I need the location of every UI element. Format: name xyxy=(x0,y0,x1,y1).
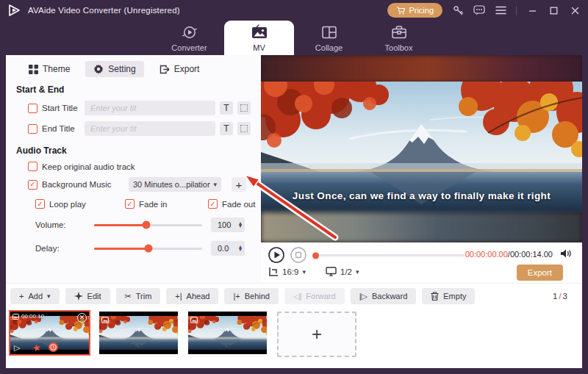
chevron-down-icon: ▾ xyxy=(356,268,359,276)
loop-play-label: Loop play xyxy=(49,200,86,209)
ahead-button[interactable]: +| Ahead xyxy=(166,288,218,304)
plus-icon: + xyxy=(312,324,322,345)
delay-spinner[interactable]: ▴ ▾ xyxy=(239,245,245,252)
start-title-label: Start Title xyxy=(42,104,80,112)
start-title-position-button[interactable] xyxy=(237,101,251,115)
register-key-icon[interactable] xyxy=(452,4,464,16)
tab-setting-label: Setting xyxy=(108,64,135,74)
music-file-name: 30 Minutes o...pilation.mp3 xyxy=(133,180,210,189)
trim-button[interactable]: ✂ Trim xyxy=(116,288,161,304)
forward-button[interactable]: ◁| Forward xyxy=(284,288,345,304)
clip-thumbnail-image xyxy=(188,316,267,350)
background-music-label: Background Music xyxy=(42,180,124,189)
converter-icon xyxy=(182,24,198,40)
fade-in-option: ✓ Fade in xyxy=(125,199,208,209)
spin-down-icon[interactable]: ▾ xyxy=(239,225,242,228)
video-preview[interactable]: Just Once, can we find a way to finally … xyxy=(261,55,582,242)
audio-track-header: Audio Track xyxy=(16,145,261,156)
image-icon xyxy=(190,313,198,326)
end-title-position-button[interactable] xyxy=(237,122,251,135)
behind-button[interactable]: |+ Behind xyxy=(224,288,279,304)
maximize-button[interactable] xyxy=(548,4,559,16)
clip-effect-icon[interactable]: ★ xyxy=(32,342,42,353)
fade-in-checkbox[interactable]: ✓ xyxy=(125,199,135,209)
volume-icon[interactable] xyxy=(560,248,572,262)
letterbox-top xyxy=(261,55,582,82)
trash-icon xyxy=(431,292,439,301)
edit-label: Edit xyxy=(87,292,101,301)
volume-slider-handle[interactable] xyxy=(142,221,150,229)
minimize-button[interactable] xyxy=(526,4,538,16)
end-title-label: End Title xyxy=(42,124,80,133)
volume-spinbox[interactable]: 100 ▴ ▾ xyxy=(211,217,245,232)
start-title-checkbox[interactable] xyxy=(28,104,37,113)
empty-button[interactable]: Empty xyxy=(422,288,475,304)
gear-icon xyxy=(93,64,104,74)
add-button[interactable]: + Add ▾ xyxy=(10,288,60,304)
volume-label: Volume: xyxy=(35,220,94,229)
tab-export[interactable]: Export xyxy=(151,61,208,77)
fade-out-checkbox[interactable]: ✓ xyxy=(208,199,218,209)
keep-original-checkbox[interactable] xyxy=(28,162,37,171)
edit-button[interactable]: Edit xyxy=(65,288,110,304)
time-display: 00:00:00.00/00:00:14.00 xyxy=(465,250,553,259)
menu-icon[interactable] xyxy=(495,4,506,16)
background-music-checkbox[interactable]: ✓ xyxy=(28,180,37,190)
music-options-row: ✓ Loop play ✓ Fade in ✓ Fade out xyxy=(35,199,261,209)
start-title-input[interactable] xyxy=(85,101,215,115)
chevron-down-icon: ▾ xyxy=(302,268,306,276)
preview-pane: Just Once, can we find a way to finally … xyxy=(261,55,582,283)
backward-button[interactable]: |▷ Backward xyxy=(351,288,417,304)
aspect-ratio-control[interactable]: 16:9 ▾ xyxy=(268,267,306,277)
volume-row: Volume: 100 ▴ ▾ xyxy=(35,217,261,232)
clip-counter: 1/3 xyxy=(553,292,575,301)
clip-thumbnail-image xyxy=(99,316,178,350)
end-title-input[interactable] xyxy=(85,121,215,136)
loop-play-checkbox[interactable]: ✓ xyxy=(35,199,45,209)
preview-page-control[interactable]: 1/2 ▾ xyxy=(326,267,359,276)
tab-setting[interactable]: Setting xyxy=(85,61,143,77)
add-music-button[interactable]: + xyxy=(232,177,246,192)
video-subtitle: Just Once, can we find a way to finally … xyxy=(261,190,582,201)
delay-slider[interactable] xyxy=(94,248,202,250)
export-button[interactable]: Export xyxy=(517,265,563,281)
stop-button[interactable] xyxy=(290,247,306,266)
tab-theme[interactable]: Theme xyxy=(21,61,78,77)
counter-separator: / xyxy=(557,292,562,301)
pricing-button[interactable]: Pricing xyxy=(387,3,442,18)
clip-trim-icon[interactable] xyxy=(49,342,58,352)
feedback-icon[interactable] xyxy=(473,4,485,16)
remove-clip-icon[interactable]: ✕ xyxy=(77,313,87,323)
settings-panel: Theme Setting Export Star xyxy=(6,55,261,283)
start-title-font-button[interactable]: T xyxy=(220,101,233,115)
end-title-font-button[interactable]: T xyxy=(220,122,233,135)
play-button[interactable] xyxy=(268,247,284,266)
timeline-clip-3[interactable] xyxy=(188,312,267,354)
progress-bar[interactable] xyxy=(314,254,465,256)
clip-play-icon[interactable]: ▷ xyxy=(14,344,20,352)
music-file-dropdown[interactable]: 30 Minutes o...pilation.mp3 ▾ xyxy=(129,177,221,192)
tab-toolbox[interactable]: Toolbox xyxy=(364,21,434,55)
delay-spinbox[interactable]: 0.0 ▴ ▾ xyxy=(211,241,245,256)
keep-original-row: Keep original audio track xyxy=(28,162,261,171)
close-button[interactable] xyxy=(569,4,581,16)
tab-mv-label: MV xyxy=(253,43,265,52)
add-clip-tile[interactable]: + xyxy=(277,312,356,357)
progress-handle[interactable] xyxy=(312,252,319,259)
spin-down-icon[interactable]: ▾ xyxy=(239,248,242,251)
end-title-checkbox[interactable] xyxy=(28,124,37,134)
empty-label: Empty xyxy=(443,292,466,301)
tab-converter[interactable]: Converter xyxy=(154,21,224,55)
tab-collage[interactable]: Collage xyxy=(294,21,364,55)
theme-icon xyxy=(29,65,38,74)
timeline-clip-1[interactable]: 00:00:10 ✕ ▷ ★ xyxy=(10,312,89,354)
volume-slider-fill xyxy=(94,224,146,226)
delay-slider-handle[interactable] xyxy=(144,245,152,253)
toolbox-icon xyxy=(391,24,407,40)
tab-mv[interactable]: MV xyxy=(224,21,294,55)
timeline-clip-2[interactable] xyxy=(99,312,178,354)
volume-slider[interactable] xyxy=(94,224,202,226)
keep-original-label: Keep original audio track xyxy=(42,162,135,171)
volume-spinner[interactable]: ▴ ▾ xyxy=(239,222,245,229)
player-controls: 00:00:00.00/00:00:14.00 16:9 ▾ xyxy=(261,242,582,283)
